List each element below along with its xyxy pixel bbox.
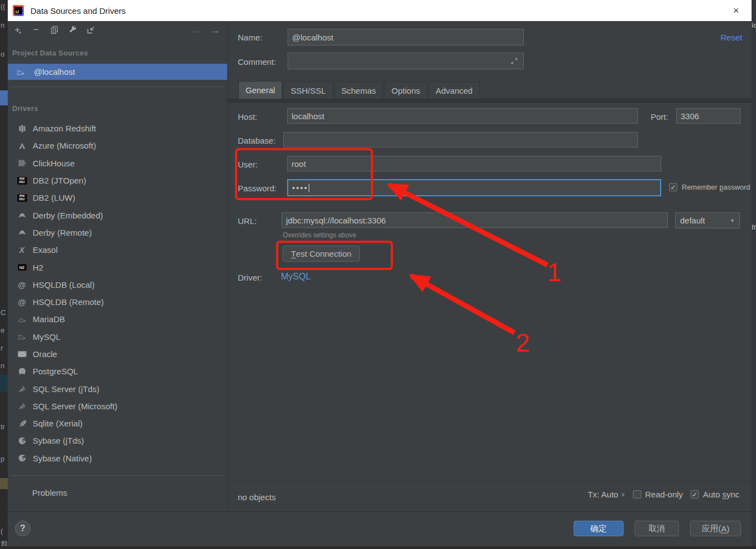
no-objects-text: no objects — [238, 492, 275, 502]
driver-item-sybase-native[interactable]: Sybase (Native) — [8, 450, 227, 467]
driver-item-sql-server-microsoft[interactable]: SQL Server (Microsoft) — [8, 398, 227, 415]
forward-icon[interactable]: → — [210, 24, 221, 37]
dialog-title: Data Sources and Drivers — [30, 6, 126, 16]
background-text-fragment: It — [752, 223, 756, 231]
background-left-teal-fragment — [0, 375, 8, 392]
url-label: URL: — [238, 216, 257, 226]
background-text-fragment: (( — [1, 2, 6, 11]
name-label: Name: — [238, 33, 262, 42]
settings-tabs: GeneralSSH/SSLSchemasOptionsAdvanced — [238, 81, 480, 99]
driver-item-db2-jtopen[interactable]: IBMDB2 DB2 (JTOpen) — [8, 172, 227, 189]
driver-item-amazon-redshift[interactable]: Amazon Redshift — [8, 120, 227, 137]
remember-password-checkbox[interactable]: ✓ — [669, 183, 677, 191]
cancel-button[interactable]: 取消 — [635, 521, 679, 536]
driver-item-db2-luw[interactable]: IBMDB2 DB2 (LUW) — [8, 189, 227, 206]
driver-item-h2[interactable]: H2 H2 — [8, 258, 227, 276]
sources-toolbar: +▾− — [12, 24, 96, 35]
user-input[interactable] — [287, 156, 661, 171]
user-label: User: — [238, 160, 258, 169]
auto-sync-label: Auto sync — [703, 490, 739, 499]
tab-advanced[interactable]: Advanced — [428, 82, 480, 99]
driver-item-hsqldb-remote[interactable]: @ HSQLDB (Remote) — [8, 293, 227, 311]
postgresql-icon — [17, 367, 27, 377]
url-preset-select[interactable]: default ▼ — [675, 212, 740, 228]
name-input[interactable] — [288, 29, 524, 45]
password-input[interactable]: •••• — [287, 179, 661, 196]
database-label: Database: — [238, 136, 275, 145]
auto-sync-checkbox[interactable]: ✓ — [691, 490, 699, 499]
background-bottom-strip — [0, 546, 756, 549]
clickhouse-icon — [17, 158, 27, 168]
add-icon[interactable]: +▾ — [12, 24, 23, 35]
comment-input[interactable] — [288, 53, 524, 69]
tab-options[interactable]: Options — [384, 82, 427, 99]
h2-icon: H2 — [17, 262, 27, 272]
driver-item-sybase-jtds[interactable]: Sybase (jTds) — [8, 432, 227, 449]
sqlserver-icon — [17, 401, 27, 411]
test-connection-button[interactable]: Test Connection — [283, 246, 360, 262]
mariadb-icon — [17, 314, 27, 324]
expand-icon[interactable] — [510, 57, 519, 68]
back-icon[interactable]: ← — [191, 24, 201, 37]
import-icon[interactable] — [85, 24, 96, 35]
read-only-label: Read-only — [645, 490, 683, 499]
derby-icon — [17, 227, 27, 237]
auto-sync-control[interactable]: ✓ Auto sync — [691, 490, 739, 499]
data-source-label: @localhost — [34, 67, 75, 77]
ok-button[interactable]: 确定 — [574, 521, 624, 536]
driver-item-sqlite-xerial[interactable]: Sqlite (Xerial) — [8, 415, 227, 432]
data-source-item-localhost[interactable]: @localhost — [8, 64, 227, 80]
driver-item-mariadb[interactable]: MariaDB — [8, 311, 227, 328]
divider — [11, 475, 224, 476]
url-input[interactable] — [282, 212, 668, 228]
background-text-fragment: ic — [752, 21, 756, 29]
driver-item-hsqldb-local[interactable]: @ HSQLDB (Local) — [8, 276, 227, 293]
database-input[interactable] — [283, 132, 638, 148]
settings-icon[interactable] — [67, 24, 78, 35]
tab-ssh-ssl[interactable]: SSH/SSL — [283, 82, 333, 99]
apply-button[interactable]: 应用(A) — [690, 521, 741, 536]
tab-schemas[interactable]: Schemas — [334, 82, 384, 99]
db2-icon: IBMDB2 — [17, 193, 27, 203]
remove-icon[interactable]: − — [30, 24, 42, 35]
problems-section-label[interactable]: Problems — [32, 488, 67, 497]
driver-item-derby-remote[interactable]: Derby (Remote) — [8, 224, 227, 241]
reset-link[interactable]: Reset — [721, 33, 742, 42]
driver-item-derby-embedded[interactable]: Derby (Embedded) — [8, 206, 227, 223]
read-only-checkbox[interactable] — [633, 490, 641, 499]
host-input[interactable] — [287, 108, 638, 124]
driver-item-azure-microsoft[interactable]: Azure (Microsoft) — [8, 137, 227, 154]
background-text-fragment: n — [1, 21, 4, 29]
mysql-icon — [17, 332, 27, 342]
tx-mode-select[interactable]: Tx: Auto ∨ — [588, 490, 625, 499]
background-text-fragment: r — [1, 344, 3, 352]
background-text-fragment: C — [1, 308, 6, 317]
driver-label: Driver: — [238, 273, 262, 282]
dialog-titlebar[interactable]: IJ Data Sources and Drivers × — [8, 0, 752, 21]
sqlserver-icon — [17, 384, 27, 394]
password-dots: •••• — [292, 183, 308, 192]
azure-icon — [17, 141, 27, 151]
close-icon[interactable]: × — [728, 3, 744, 18]
comment-label: Comment: — [238, 57, 276, 67]
oracle-icon — [17, 349, 27, 359]
background-text-fragment: e — [1, 326, 4, 334]
derby-icon — [17, 210, 27, 220]
read-only-control[interactable]: Read-only — [633, 490, 683, 499]
driver-item-sql-server-jtds[interactable]: SQL Server (jTds) — [8, 380, 227, 397]
tab-general[interactable]: General — [238, 81, 282, 99]
driver-item-oracle[interactable]: Oracle — [8, 345, 227, 363]
remember-password-control[interactable]: ✓ Remember password — [669, 183, 750, 191]
remember-password-label: Remember password — [682, 183, 750, 191]
port-input[interactable] — [676, 108, 740, 124]
background-text-fragment: p — [1, 455, 4, 463]
help-button[interactable]: ? — [15, 521, 30, 536]
background-right-strip: icIt — [752, 0, 756, 549]
driver-item-exasol[interactable]: X Exasol — [8, 241, 227, 258]
driver-item-clickhouse[interactable]: ClickHouse — [8, 155, 227, 172]
background-text-fragment: ( — [1, 527, 3, 535]
driver-item-mysql[interactable]: MySQL — [8, 328, 227, 345]
copy-icon[interactable] — [49, 24, 60, 35]
driver-item-postgresql[interactable]: PostgreSQL — [8, 363, 227, 380]
driver-link[interactable]: MySQL — [281, 272, 310, 282]
